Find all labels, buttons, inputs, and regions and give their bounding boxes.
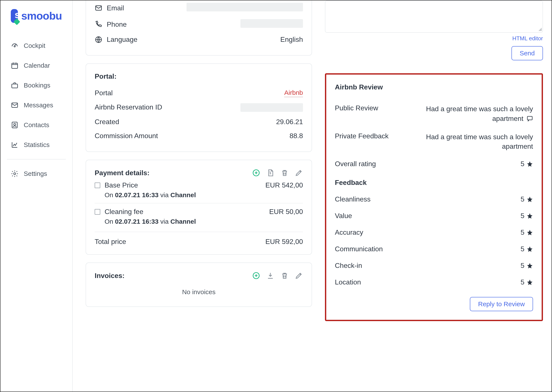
- star-icon: [527, 246, 533, 252]
- star-icon: [527, 262, 533, 269]
- edit-invoice-icon[interactable]: [295, 272, 303, 280]
- payment-checkbox[interactable]: [95, 182, 100, 188]
- send-button[interactable]: Send: [511, 46, 543, 60]
- svg-rect-2: [12, 84, 18, 88]
- feedback-category-label: Accuracy: [335, 228, 404, 236]
- invoice-file-icon[interactable]: $: [266, 169, 275, 177]
- svg-text:$: $: [269, 170, 271, 173]
- sidebar-item-statistics[interactable]: Statistics: [0, 135, 72, 155]
- payment-item-amount: EUR 50,00: [269, 208, 303, 216]
- commission-value: 88.8: [290, 132, 303, 140]
- portal-card: Portal: Portal Airbnb Airbnb Reservation…: [86, 63, 312, 152]
- public-review-label: Public Review: [335, 104, 404, 112]
- reply-to-review-button[interactable]: Reply to Review: [470, 297, 533, 311]
- payment-section-title: Payment details:: [95, 169, 149, 177]
- star-icon: [527, 161, 533, 167]
- private-feedback-value: Had a great time was such a lovely apart…: [412, 132, 533, 152]
- contact-icon: [11, 121, 19, 129]
- sidebar-item-messages[interactable]: Messages: [0, 95, 72, 115]
- total-value: EUR 592,00: [265, 238, 303, 246]
- guest-card: Name Maria Mongey Email: [86, 0, 312, 56]
- overall-rating-value: 5: [521, 160, 524, 168]
- feedback-category-row: Value5: [335, 208, 533, 224]
- phone-icon: [95, 21, 102, 28]
- feedback-category-label: Check-in: [335, 262, 404, 270]
- gear-icon: [11, 170, 19, 178]
- payment-item: Base PriceEUR 542,00On 02.07.21 16:33 vi…: [95, 177, 303, 203]
- invoices-section-title: Invoices:: [95, 272, 125, 280]
- nav-label: Settings: [24, 170, 47, 177]
- review-card: Airbnb Review Public Review Had a great …: [335, 83, 533, 311]
- payment-checkbox[interactable]: [95, 209, 100, 215]
- public-review-text: Had a great time was such a lovely apart…: [426, 105, 533, 122]
- message-textarea[interactable]: ◢: [325, 0, 543, 33]
- delete-invoice-icon[interactable]: [281, 272, 289, 280]
- edit-payment-icon[interactable]: [295, 169, 303, 177]
- reservation-id-label: Airbnb Reservation ID: [95, 103, 241, 112]
- private-feedback-label: Private Feedback: [335, 132, 404, 140]
- guest-email-label: Email: [107, 4, 124, 12]
- download-invoice-icon[interactable]: [266, 272, 275, 280]
- guest-phone-label: Phone: [107, 21, 127, 28]
- feedback-category-row: Communication5: [335, 241, 533, 257]
- feedback-subtitle: Feedback: [335, 179, 533, 187]
- feedback-category-value: 5: [521, 245, 524, 253]
- feedback-category-row: Location5: [335, 274, 533, 290]
- feedback-category-label: Value: [335, 212, 404, 220]
- gauge-icon: [11, 42, 19, 49]
- public-review-value: Had a great time was such a lovely apart…: [412, 104, 533, 124]
- delete-payment-icon[interactable]: [281, 169, 289, 177]
- reservation-id-row: Airbnb Reservation ID: [95, 100, 303, 115]
- brand-logo[interactable]: smoobu: [0, 9, 72, 36]
- public-review-row: Public Review Had a great time was such …: [335, 100, 533, 128]
- private-feedback-row: Private Feedback Had a great time was su…: [335, 128, 533, 156]
- review-title: Airbnb Review: [335, 83, 533, 91]
- payment-item-name: Cleaning fee: [105, 208, 143, 216]
- sidebar-item-calendar[interactable]: Calendar: [0, 56, 72, 75]
- payment-item-name: Base Price: [105, 181, 138, 189]
- overall-rating-row: Overall rating 5: [335, 156, 533, 172]
- add-invoice-icon[interactable]: [252, 272, 260, 280]
- briefcase-icon: [11, 81, 19, 89]
- resize-handle-icon[interactable]: ◢: [538, 26, 542, 31]
- nav-label: Messages: [24, 102, 53, 109]
- svg-point-6: [14, 173, 16, 175]
- main-nav: Cockpit Calendar Bookings Messages Conta…: [0, 36, 72, 184]
- payment-item-meta: On 02.07.21 16:33 via Channel: [95, 218, 303, 225]
- guest-language-label: Language: [107, 35, 137, 43]
- feedback-category-row: Cleanliness5: [335, 191, 533, 208]
- sidebar-item-bookings[interactable]: Bookings: [0, 75, 72, 95]
- created-row: Created 29.06.21: [95, 115, 303, 129]
- star-icon: [527, 196, 533, 203]
- sidebar-item-contacts[interactable]: Contacts: [0, 115, 72, 135]
- created-value: 29.06.21: [276, 118, 303, 126]
- svg-point-5: [14, 124, 16, 126]
- payment-item: Cleaning feeEUR 50,00On 02.07.21 16:33 v…: [95, 203, 303, 230]
- feedback-category-row: Accuracy5: [335, 224, 533, 241]
- html-editor-link[interactable]: HTML editor: [512, 35, 543, 42]
- sidebar-item-settings[interactable]: Settings: [0, 164, 72, 184]
- calendar-icon: [11, 62, 19, 69]
- portal-row: Portal Airbnb: [95, 86, 303, 100]
- nav-label: Calendar: [24, 62, 50, 69]
- payment-item-amount: EUR 542,00: [265, 181, 303, 189]
- star-icon: [527, 213, 533, 219]
- sidebar-item-cockpit[interactable]: Cockpit: [0, 36, 72, 56]
- chat-icon: [527, 115, 533, 122]
- feedback-category-value: 5: [521, 262, 524, 270]
- feedback-category-row: Check-in5: [335, 257, 533, 274]
- commission-row: Commission Amount 88.8: [95, 129, 303, 143]
- guest-language-row: Language English: [95, 33, 303, 47]
- globe-icon: [95, 36, 102, 43]
- feedback-category-label: Communication: [335, 245, 404, 253]
- add-payment-icon[interactable]: [252, 169, 260, 177]
- nav-separator: [7, 159, 66, 160]
- mail-icon: [95, 4, 102, 12]
- guest-phone-redacted: [241, 19, 303, 28]
- guest-email-redacted: [186, 3, 303, 11]
- svg-rect-13: [527, 116, 532, 120]
- portal-value-link[interactable]: Airbnb: [284, 89, 303, 97]
- portal-section-title: Portal:: [95, 72, 303, 80]
- payment-item-meta: On 02.07.21 16:33 via Channel: [95, 191, 303, 199]
- overall-rating-label: Overall rating: [335, 160, 404, 168]
